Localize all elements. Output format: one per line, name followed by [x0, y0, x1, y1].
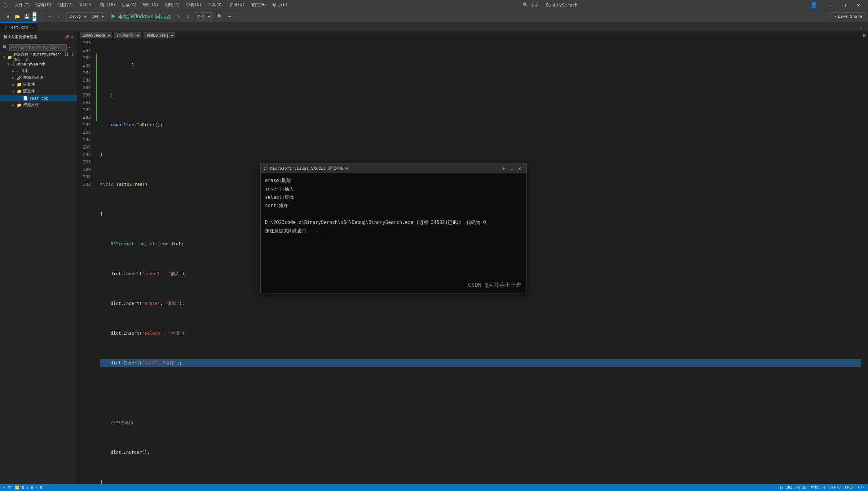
nav-select-namespace[interactable]: (全局范围) [114, 32, 141, 38]
platform-select[interactable]: x64 [89, 12, 105, 21]
code-line-296: dict.InOrder(); [100, 449, 861, 456]
menu-help[interactable]: 帮助(H) [270, 2, 290, 8]
sidebar-search-input[interactable] [9, 45, 67, 51]
tab-close-icon[interactable]: ✕ [31, 25, 33, 29]
new-button[interactable]: ⊕ [4, 12, 12, 21]
line-numbers: 283 284 285 286 287 288 289 290 291 292 … [79, 39, 96, 484]
sidebar-close-icon[interactable]: ✕ [71, 35, 73, 39]
menu-tools[interactable]: 工具(T) [206, 2, 226, 8]
minimize-button[interactable]: ─ [823, 0, 837, 10]
console-title: Microsoft Visual Studio 调试控制台 [270, 166, 498, 171]
menu-project[interactable]: 项目(P) [98, 2, 118, 8]
tab-test-cpp[interactable]: ⬡ Test.cpp ✕ [0, 22, 37, 32]
title-bar-center: 🔍 搜索 BinarySerach [523, 2, 577, 8]
console-watermark: CSDN @大耳朵土土垚 [468, 281, 522, 289]
console-window: ⬡ Microsoft Visual Studio 调试控制台 + ⌄ ✕ er… [260, 163, 527, 293]
sidebar-pin-icon[interactable]: 📌 [65, 35, 70, 39]
sidebar-item-test-cpp-label: Test.cpp [29, 96, 49, 100]
sidebar-item-external-deps[interactable]: ▶ 🔗 外部依赖项 [0, 74, 77, 81]
menu-extensions[interactable]: 扩展(X) [227, 2, 247, 8]
menu-build[interactable]: 生成(B) [119, 2, 140, 8]
sidebar-item-test-cpp[interactable]: 📄 Test.cpp [0, 95, 77, 102]
menu-view[interactable]: 视图(V) [56, 2, 75, 8]
line-num-290: 290 [81, 91, 91, 98]
toolbar-more[interactable]: ⋯ [225, 12, 234, 21]
line-num-300: 300 [81, 166, 91, 173]
close-button[interactable]: ✕ [851, 0, 866, 10]
status-branch[interactable]: ↔ 主 [3, 485, 11, 490]
menu-file[interactable]: 文件(F) [12, 2, 33, 8]
undo-button[interactable]: ↩ [44, 12, 53, 21]
external-deps-icon: 🔗 [17, 76, 22, 80]
auto-select[interactable]: 自动 [194, 12, 212, 21]
nav-select-function[interactable]: TestBSTree() [144, 32, 175, 38]
attach-button[interactable]: ⚙ [184, 12, 192, 21]
live-share-button[interactable]: ↗ Live Share [830, 12, 866, 20]
status-bar: ↔ 主 🔀 0 ⚠ 0 ✕ 0 行 293，列 35 空格: 4 UTF-8 C… [0, 484, 868, 491]
run-dropdown[interactable]: ▼ [174, 12, 183, 21]
user-avatar[interactable]: 👤 [810, 1, 818, 9]
file-icon: ⬡ [4, 25, 7, 29]
code-line-283: } [100, 61, 861, 69]
save-button[interactable]: 💾 [22, 12, 31, 21]
toolbar-group-edit: ↩ ↪ [43, 12, 64, 21]
solution-expand-arrow: ▼ [2, 56, 6, 59]
editor-area: BinarySearch (全局范围) TestBSTree() ⊞ 283 2… [78, 32, 868, 484]
status-position: 行 293，列 35 [780, 485, 807, 490]
console-line-1: erase:删除 [265, 176, 522, 185]
status-language: C++ [858, 485, 865, 490]
tree-solution[interactable]: ▼ 📁 解决方案 'BinarySerach' (1 个项目, 共 [0, 54, 77, 60]
sidebar-item-resources[interactable]: ▶ 📁 资源文件 [0, 102, 77, 108]
nav-select-scope[interactable]: BinarySearch [80, 32, 112, 38]
scrollbar-right[interactable] [864, 39, 868, 484]
sidebar-item-references[interactable]: ▶ ⊟ 引用 [0, 67, 77, 74]
tab-overflow-button[interactable]: ⌄ [857, 23, 866, 31]
toolbar-group-undo: ⊕ 📂 💾 💾💾 [2, 12, 42, 21]
menu-test[interactable]: 测试(S) [162, 2, 183, 8]
toolbar-search[interactable]: 🔍 [215, 12, 224, 21]
maximize-button[interactable]: □ [837, 0, 851, 10]
code-line-293: dict.Insert("sort", "排序"); [100, 359, 861, 367]
line-num-285: 285 [81, 54, 91, 61]
source-files-icon: 📁 [17, 89, 22, 94]
code-line-285: countTree.InOrder(); [100, 121, 861, 128]
references-icon: ⊟ [17, 68, 19, 73]
debug-config-select[interactable]: Debug [66, 12, 88, 21]
live-share-icon: ↗ [834, 14, 836, 19]
sidebar-search-expand-icon[interactable]: ▼ [68, 46, 70, 49]
menu-bar: 文件(F) 编辑(E) 视图(V) Git(G) 项目(P) 生成(B) 调试(… [12, 2, 290, 8]
line-num-287: 287 [81, 69, 91, 76]
save-all-button[interactable]: 💾💾 [32, 12, 40, 21]
console-tab-chevron[interactable]: ⌄ [511, 166, 514, 171]
sidebar-tree: ▼ 📁 解决方案 'BinarySerach' (1 个项目, 共 ▼ ⬡ Bi… [0, 52, 77, 484]
sidebar-item-resources-label: 资源文件 [23, 102, 39, 108]
code-line-284: } [100, 91, 861, 98]
console-new-tab-button[interactable]: + [500, 165, 507, 172]
project-icon: ⬡ [12, 62, 15, 66]
menu-analyze[interactable]: 分析(N) [184, 2, 204, 8]
console-body: erase:删除 insert:插入 select:查找 sort:排序 D:\… [260, 173, 527, 293]
status-errors[interactable]: 🔀 0 ⚠ 0 ✕ 0 [15, 485, 42, 490]
redo-button[interactable]: ↪ [54, 12, 62, 21]
sidebar-item-headers[interactable]: ▶ 📁 头文件 [0, 81, 77, 88]
run-button[interactable]: ▶ 本地 Windows 调试器 [110, 13, 173, 20]
project-expand-arrow: ▼ [6, 62, 10, 66]
menu-edit[interactable]: 编辑(E) [34, 2, 54, 8]
nav-expand-icon[interactable]: ⊞ [863, 33, 866, 38]
code-editor: 283 284 285 286 287 288 289 290 291 292 … [78, 39, 868, 484]
line-num-302: 302 [81, 180, 91, 188]
menu-debug[interactable]: 调试(D) [141, 2, 161, 8]
menu-window[interactable]: 窗口(W) [249, 2, 269, 8]
title-bar-right: 👤 ─ □ ✕ [810, 0, 866, 10]
console-close-button[interactable]: ✕ [516, 165, 523, 172]
sidebar-item-source-files[interactable]: ▼ 📁 源文件 [0, 88, 77, 95]
console-line-4: sort:排序 [265, 202, 522, 210]
line-num-284: 284 [81, 47, 91, 54]
open-button[interactable]: 📂 [13, 12, 22, 21]
toolbar: ⊕ 📂 💾 💾💾 ↩ ↪ Debug x64 ▶ 本地 Windows 调试器 … [0, 10, 868, 22]
project-label: BinarySearch [17, 62, 45, 66]
external-deps-arrow: ▶ [11, 76, 16, 79]
headers-icon: 📁 [17, 82, 22, 87]
console-line-3: select:查找 [265, 193, 522, 202]
menu-git[interactable]: Git(G) [77, 2, 96, 8]
